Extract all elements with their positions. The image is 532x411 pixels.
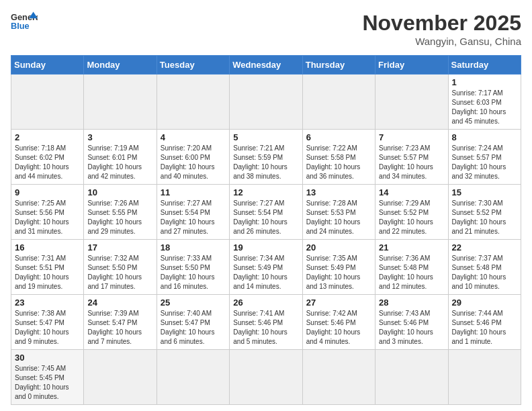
calendar-cell	[157, 350, 229, 405]
day-info: Sunrise: 7:25 AM Sunset: 5:56 PM Dayligh…	[15, 199, 80, 236]
day-number: 5	[233, 132, 298, 142]
weekday-header-sunday: Sunday	[11, 56, 84, 75]
day-info: Sunrise: 7:18 AM Sunset: 6:02 PM Dayligh…	[15, 144, 80, 181]
day-number: 13	[306, 187, 371, 197]
calendar-cell: 4Sunrise: 7:20 AM Sunset: 6:00 PM Daylig…	[157, 130, 229, 185]
calendar-cell	[302, 350, 375, 405]
calendar-cell	[157, 75, 229, 130]
logo-icon: General Blue	[11, 11, 38, 32]
day-number: 16	[15, 242, 80, 253]
day-number: 22	[452, 242, 517, 253]
calendar-cell: 6Sunrise: 7:22 AM Sunset: 5:58 PM Daylig…	[302, 130, 375, 185]
day-number: 19	[233, 242, 298, 253]
calendar-cell	[375, 75, 448, 130]
day-info: Sunrise: 7:32 AM Sunset: 5:50 PM Dayligh…	[87, 254, 152, 291]
day-info: Sunrise: 7:34 AM Sunset: 5:49 PM Dayligh…	[233, 254, 298, 291]
calendar-cell	[448, 350, 521, 405]
calendar-cell: 14Sunrise: 7:29 AM Sunset: 5:52 PM Dayli…	[375, 185, 448, 240]
day-number: 18	[161, 242, 226, 253]
calendar-cell: 22Sunrise: 7:37 AM Sunset: 5:48 PM Dayli…	[448, 240, 521, 295]
day-number: 21	[379, 242, 444, 253]
day-info: Sunrise: 7:22 AM Sunset: 5:58 PM Dayligh…	[306, 144, 371, 181]
calendar-cell: 18Sunrise: 7:33 AM Sunset: 5:50 PM Dayli…	[157, 240, 229, 295]
day-info: Sunrise: 7:35 AM Sunset: 5:49 PM Dayligh…	[306, 254, 371, 291]
calendar-cell: 20Sunrise: 7:35 AM Sunset: 5:49 PM Dayli…	[302, 240, 375, 295]
calendar-cell: 24Sunrise: 7:39 AM Sunset: 5:47 PM Dayli…	[84, 295, 157, 350]
calendar-cell: 15Sunrise: 7:30 AM Sunset: 5:52 PM Dayli…	[448, 185, 521, 240]
calendar-cell: 9Sunrise: 7:25 AM Sunset: 5:56 PM Daylig…	[11, 185, 84, 240]
day-number: 14	[379, 187, 444, 197]
day-info: Sunrise: 7:45 AM Sunset: 5:45 PM Dayligh…	[15, 364, 80, 402]
day-info: Sunrise: 7:36 AM Sunset: 5:48 PM Dayligh…	[379, 254, 444, 291]
day-number: 7	[379, 132, 444, 142]
calendar-cell: 10Sunrise: 7:26 AM Sunset: 5:55 PM Dayli…	[84, 185, 157, 240]
calendar-week-row: 23Sunrise: 7:38 AM Sunset: 5:47 PM Dayli…	[11, 295, 521, 350]
weekday-header-saturday: Saturday	[448, 56, 521, 75]
calendar-week-row: 9Sunrise: 7:25 AM Sunset: 5:56 PM Daylig…	[11, 185, 521, 240]
weekday-header-thursday: Thursday	[302, 56, 375, 75]
calendar-cell: 21Sunrise: 7:36 AM Sunset: 5:48 PM Dayli…	[375, 240, 448, 295]
day-number: 26	[233, 298, 298, 308]
weekday-header-wednesday: Wednesday	[230, 56, 302, 75]
calendar-cell	[84, 75, 157, 130]
day-number: 24	[87, 298, 152, 308]
logo: General Blue	[11, 11, 38, 32]
day-number: 25	[161, 298, 226, 308]
calendar-cell: 19Sunrise: 7:34 AM Sunset: 5:49 PM Dayli…	[230, 240, 302, 295]
day-number: 30	[15, 353, 80, 363]
day-number: 20	[306, 242, 371, 253]
day-info: Sunrise: 7:30 AM Sunset: 5:52 PM Dayligh…	[452, 199, 517, 236]
day-number: 3	[87, 132, 152, 142]
calendar-week-row: 2Sunrise: 7:18 AM Sunset: 6:02 PM Daylig…	[11, 130, 521, 185]
calendar-cell: 28Sunrise: 7:43 AM Sunset: 5:46 PM Dayli…	[375, 295, 448, 350]
calendar-table: SundayMondayTuesdayWednesdayThursdayFrid…	[11, 55, 521, 405]
calendar-cell: 3Sunrise: 7:19 AM Sunset: 6:01 PM Daylig…	[84, 130, 157, 185]
svg-text:Blue: Blue	[11, 21, 30, 31]
day-info: Sunrise: 7:24 AM Sunset: 5:57 PM Dayligh…	[452, 144, 517, 181]
calendar-cell	[375, 350, 448, 405]
calendar-cell: 17Sunrise: 7:32 AM Sunset: 5:50 PM Dayli…	[84, 240, 157, 295]
calendar-week-row: 30Sunrise: 7:45 AM Sunset: 5:45 PM Dayli…	[11, 350, 521, 405]
weekday-header-row: SundayMondayTuesdayWednesdayThursdayFrid…	[11, 56, 521, 75]
day-number: 6	[306, 132, 371, 142]
calendar-cell: 25Sunrise: 7:40 AM Sunset: 5:47 PM Dayli…	[157, 295, 229, 350]
day-info: Sunrise: 7:20 AM Sunset: 6:00 PM Dayligh…	[161, 144, 226, 181]
day-number: 29	[452, 298, 517, 308]
day-number: 2	[15, 132, 80, 142]
calendar-cell: 12Sunrise: 7:27 AM Sunset: 5:54 PM Dayli…	[230, 185, 302, 240]
calendar-cell	[230, 75, 302, 130]
day-number: 4	[161, 132, 226, 142]
day-number: 11	[161, 187, 226, 197]
calendar-week-row: 1Sunrise: 7:17 AM Sunset: 6:03 PM Daylig…	[11, 75, 521, 130]
day-info: Sunrise: 7:17 AM Sunset: 6:03 PM Dayligh…	[452, 89, 517, 126]
page-header: General Blue November 2025 Wangyin, Gans…	[11, 11, 521, 47]
day-number: 27	[306, 298, 371, 308]
calendar-cell: 2Sunrise: 7:18 AM Sunset: 6:02 PM Daylig…	[11, 130, 84, 185]
month-title: November 2025	[362, 11, 521, 36]
day-number: 12	[233, 187, 298, 197]
weekday-header-monday: Monday	[84, 56, 157, 75]
day-info: Sunrise: 7:38 AM Sunset: 5:47 PM Dayligh…	[15, 309, 80, 347]
calendar-cell: 8Sunrise: 7:24 AM Sunset: 5:57 PM Daylig…	[448, 130, 521, 185]
day-info: Sunrise: 7:19 AM Sunset: 6:01 PM Dayligh…	[87, 144, 152, 181]
day-number: 15	[452, 187, 517, 197]
day-info: Sunrise: 7:31 AM Sunset: 5:51 PM Dayligh…	[15, 254, 80, 291]
day-number: 1	[452, 77, 517, 87]
calendar-week-row: 16Sunrise: 7:31 AM Sunset: 5:51 PM Dayli…	[11, 240, 521, 295]
day-info: Sunrise: 7:21 AM Sunset: 5:59 PM Dayligh…	[233, 144, 298, 181]
calendar-cell: 1Sunrise: 7:17 AM Sunset: 6:03 PM Daylig…	[448, 75, 521, 130]
calendar-cell	[84, 350, 157, 405]
calendar-cell: 16Sunrise: 7:31 AM Sunset: 5:51 PM Dayli…	[11, 240, 84, 295]
day-info: Sunrise: 7:42 AM Sunset: 5:46 PM Dayligh…	[306, 309, 371, 347]
day-info: Sunrise: 7:43 AM Sunset: 5:46 PM Dayligh…	[379, 309, 444, 347]
calendar-cell: 7Sunrise: 7:23 AM Sunset: 5:57 PM Daylig…	[375, 130, 448, 185]
location: Wangyin, Gansu, China	[362, 36, 521, 47]
day-number: 9	[15, 187, 80, 197]
title-block: November 2025 Wangyin, Gansu, China	[362, 11, 521, 47]
day-info: Sunrise: 7:37 AM Sunset: 5:48 PM Dayligh…	[452, 254, 517, 291]
day-info: Sunrise: 7:27 AM Sunset: 5:54 PM Dayligh…	[161, 199, 226, 236]
calendar-cell	[302, 75, 375, 130]
calendar-cell: 5Sunrise: 7:21 AM Sunset: 5:59 PM Daylig…	[230, 130, 302, 185]
day-number: 8	[452, 132, 517, 142]
day-info: Sunrise: 7:26 AM Sunset: 5:55 PM Dayligh…	[87, 199, 152, 236]
